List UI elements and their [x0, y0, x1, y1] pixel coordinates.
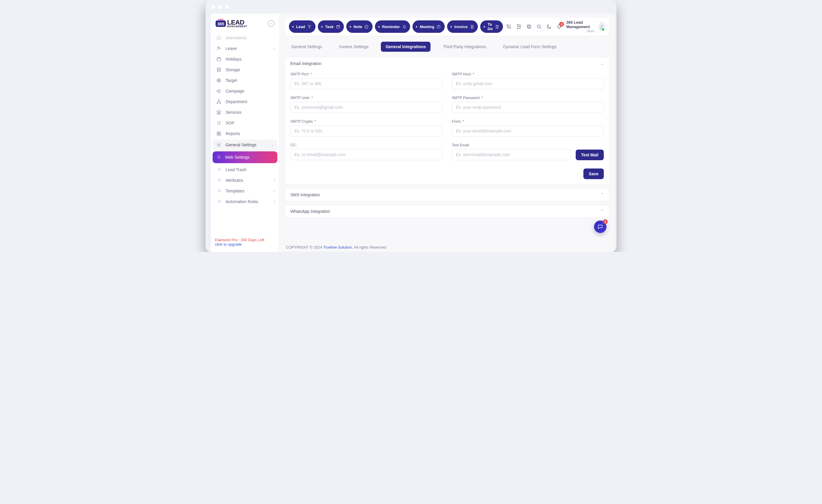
sidebar-item-attendance[interactable]: Attendance — [211, 32, 279, 43]
smtp-port-label: SMTP Port: * — [290, 72, 442, 76]
missed-call-icon[interactable] — [506, 24, 512, 30]
theme-toggle-icon[interactable] — [546, 24, 552, 30]
chevron-down-icon: ⌄ — [600, 61, 604, 66]
user-x-icon — [216, 46, 222, 51]
quick-add-to-do[interactable]: +To Do — [480, 20, 503, 33]
tasklist-icon[interactable] — [516, 24, 522, 30]
sidebar-subitem-lead-trash[interactable]: Lead Trash — [211, 164, 279, 175]
sidebar-item-department[interactable]: Department — [211, 96, 279, 107]
sidebar-item-services[interactable]: Services — [211, 107, 279, 118]
email-panel-title: Email Integration — [290, 61, 321, 66]
quick-add-lead[interactable]: +Lead — [289, 20, 316, 33]
bullet-icon — [217, 154, 221, 160]
window-dot-close[interactable] — [212, 5, 215, 9]
bullet-icon — [217, 199, 222, 204]
quick-add-task[interactable]: +Task — [318, 20, 344, 33]
from-label: From: * — [452, 119, 604, 123]
calendar-icon — [216, 56, 222, 62]
sidebar-subitem-templates[interactable]: Templates — [211, 186, 279, 196]
smtp-user-label: SMTP User: * — [290, 96, 442, 100]
chat-fab[interactable]: 3 — [594, 220, 606, 233]
megaphone-icon — [216, 88, 222, 94]
footer-suffix: , All rights Reserved — [352, 245, 386, 249]
upgrade-link[interactable]: click to upgrade — [215, 242, 275, 246]
smtp-crypto-input[interactable] — [290, 125, 442, 136]
briefcase-icon — [436, 24, 441, 29]
from-input[interactable] — [452, 125, 604, 136]
sitemap-icon — [216, 99, 222, 104]
svg-point-24 — [271, 23, 272, 24]
sidebar-subitem-automation-rules[interactable]: Automation Rules — [211, 196, 279, 207]
tab-general-integrations[interactable]: General Integrations — [381, 42, 430, 52]
target-icon — [216, 78, 222, 83]
smtp-host-input[interactable] — [452, 78, 604, 89]
user-avatar[interactable] — [598, 22, 605, 32]
sidebar-item-leave[interactable]: Leave — [211, 43, 279, 54]
cc-input[interactable] — [290, 149, 442, 160]
sidebar-item-campaign[interactable]: Campaign — [211, 86, 279, 96]
plus-icon: + — [450, 25, 452, 29]
quick-add-invoice[interactable]: +Invoice — [447, 20, 478, 33]
sidebar-subitem-web-settings[interactable]: Web Settings — [213, 151, 277, 163]
chevron-icon — [274, 199, 275, 204]
cc-label: CC: — [290, 143, 442, 147]
sidebar: 365 LEAD MANAGEMENT AttendanceLeaveHolid… — [211, 14, 280, 252]
tab-invoice-settings[interactable]: Invoice Settings — [334, 42, 373, 52]
tab-label: General Integrations — [386, 44, 426, 49]
window-dot-min[interactable] — [218, 5, 222, 9]
sidebar-item-label: Leave — [226, 46, 237, 51]
test-mail-button[interactable]: Test Mail — [576, 149, 604, 160]
tab-label: Dynamic Lead Form Settings — [503, 44, 557, 49]
sidebar-item-general-settings[interactable]: General Settings — [213, 139, 277, 150]
sidebar-collapse-icon[interactable] — [268, 20, 275, 27]
copy-icon[interactable] — [526, 24, 532, 30]
database-icon — [216, 67, 222, 72]
sidebar-item-reports[interactable]: Reports — [211, 128, 279, 139]
check-square-icon — [364, 24, 369, 29]
whatsapp-panel-header[interactable]: WhatsApp Integration ⌃ — [285, 205, 609, 217]
sidebar-item-target[interactable]: Target — [211, 75, 279, 86]
tab-dynamic-lead-form-settings[interactable]: Dynamic Lead Form Settings — [498, 42, 561, 52]
sidebar-item-sop[interactable]: SOP — [211, 118, 279, 128]
sms-panel-header[interactable]: SMS Integration ⌃ — [285, 188, 609, 201]
sidebar-subitem-attributes[interactable]: Attributes — [211, 175, 279, 186]
pill-label: Invoice — [454, 25, 468, 29]
quick-add-note[interactable]: +Note — [346, 20, 372, 33]
bullet-icon — [217, 167, 222, 172]
gear-icon — [216, 142, 222, 147]
whatsapp-integration-panel: WhatsApp Integration ⌃ — [285, 205, 609, 218]
window-dot-max[interactable] — [225, 5, 229, 9]
topbar: +Lead+Task+Note+Reminder+Meeting+Invoice… — [285, 18, 609, 36]
pill-label: To Do — [488, 22, 493, 31]
layers-icon — [216, 110, 222, 115]
sidebar-item-label: SOP — [226, 121, 235, 125]
footer-link[interactable]: Trueline Solution — [323, 245, 352, 249]
save-button[interactable]: Save — [583, 168, 604, 179]
pill-label: Note — [354, 25, 362, 29]
email-panel-header[interactable]: Email Integration ⌄ — [285, 57, 609, 70]
grid-icon — [216, 131, 222, 136]
sidebar-item-label: Templates — [226, 188, 245, 193]
calendar-icon — [336, 24, 340, 29]
chevron-icon — [274, 36, 275, 40]
tab-general-settings[interactable]: General Settings — [287, 42, 327, 52]
whatsapp-panel-title: WhatsApp Integration — [290, 209, 330, 214]
sidebar-item-label: Attendance — [226, 35, 247, 40]
notifications-icon[interactable]: 4 — [556, 24, 562, 30]
smtp-user-input[interactable] — [290, 102, 442, 113]
plus-icon: + — [415, 25, 418, 29]
quick-add-reminder[interactable]: +Reminder — [375, 20, 410, 33]
email-integration-panel: Email Integration ⌄ SMTP Port: * SMTP Ho… — [285, 57, 609, 185]
quick-add-meeting[interactable]: +Meeting — [412, 20, 445, 33]
smtp-port-input[interactable] — [290, 78, 442, 89]
search-icon[interactable] — [536, 24, 542, 30]
sidebar-item-label: Reports — [226, 131, 240, 136]
sidebar-item-holidays[interactable]: Holidays — [211, 54, 279, 64]
test-email-input[interactable] — [452, 149, 571, 160]
bell-icon — [402, 24, 407, 29]
pill-label: Task — [325, 25, 334, 29]
sidebar-item-storage[interactable]: Storage — [211, 64, 279, 75]
smtp-password-input[interactable] — [452, 102, 604, 113]
tab-third-party-integrations[interactable]: Third Party Integrations — [438, 42, 491, 52]
file-icon — [469, 24, 474, 29]
